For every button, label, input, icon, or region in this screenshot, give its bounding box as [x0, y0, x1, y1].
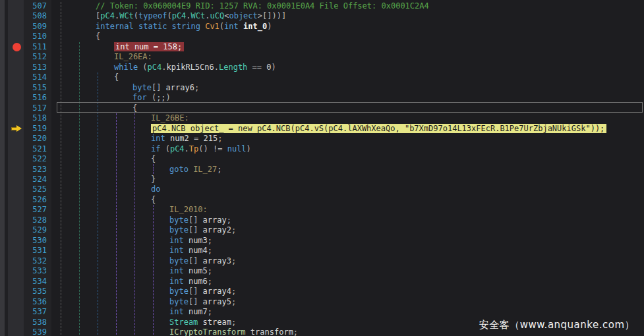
- code-token: null: [227, 144, 247, 154]
- code-line[interactable]: 528byte[] array;: [0, 215, 644, 225]
- code-token: internal static string: [96, 22, 205, 31]
- code-line[interactable]: 509internal static string Cv1(int int_0): [0, 22, 644, 32]
- code-text: {: [51, 32, 644, 42]
- code-line[interactable]: 511int num = 158;: [0, 42, 644, 52]
- code-token: }: [151, 175, 156, 184]
- current-statement-arrow-icon[interactable]: [11, 125, 22, 132]
- code-token: []: [189, 215, 203, 225]
- code-line[interactable]: 524}: [0, 175, 644, 184]
- code-text: byte[] array4;: [51, 287, 644, 296]
- code-line[interactable]: 525do: [0, 184, 644, 194]
- breakpoint-icon[interactable]: [13, 43, 21, 51]
- code-token: num5: [189, 266, 208, 275]
- line-number: 517: [0, 103, 51, 113]
- code-text: }: [51, 175, 644, 184]
- line-number: 512: [0, 52, 51, 62]
- line-number: 535: [0, 287, 51, 296]
- code-line[interactable]: 518IL_26BE:: [0, 113, 644, 123]
- code-token: (: [165, 144, 170, 154]
- code-token: [198, 318, 202, 327]
- code-token: ;: [293, 327, 298, 336]
- code-text: {: [51, 154, 644, 164]
- code-line[interactable]: 527IL_2010:: [0, 205, 644, 215]
- code-line[interactable]: 522{: [0, 154, 644, 164]
- code-line[interactable]: 537int num7;: [0, 307, 644, 317]
- code-text: for (;;): [51, 93, 644, 103]
- code-token: int: [169, 246, 189, 255]
- code-text: if (pC4.Tp() != null): [51, 144, 644, 154]
- code-line[interactable]: 512IL_26EA:: [0, 52, 644, 62]
- code-token: int: [169, 307, 189, 316]
- code-text: goto IL_27;: [51, 165, 644, 175]
- line-number: 527: [0, 205, 51, 215]
- line-number: 515: [0, 83, 51, 93]
- line-number: 530: [0, 236, 51, 246]
- code-token: for: [132, 93, 152, 102]
- code-line[interactable]: 516for (;;): [0, 93, 644, 103]
- code-token: Length: [219, 63, 247, 72]
- code-line[interactable]: 508[pC4.WCt(typeof(pC4.WCt.uCQ<object>[]…: [0, 11, 644, 21]
- line-number: 533: [0, 266, 51, 276]
- code-text: {: [51, 103, 644, 113]
- code-line[interactable]: 533int num5;: [0, 266, 644, 276]
- code-token: ;: [231, 318, 236, 327]
- code-token: =: [189, 134, 204, 143]
- watermark: 安全客（www.anquanke.com）: [479, 319, 635, 331]
- code-token: {: [132, 103, 137, 113]
- code-token: {: [151, 154, 156, 163]
- code-line[interactable]: 521if (pC4.Tp() != null): [0, 144, 644, 154]
- line-number: 528: [0, 215, 51, 225]
- code-line[interactable]: 526{: [0, 195, 644, 205]
- code-token: IL_2010:: [169, 205, 208, 214]
- code-text: int num3;: [51, 236, 644, 246]
- code-line[interactable]: 513while (pC4.kpikRL5Cn6.Length == 0): [0, 63, 644, 72]
- code-token: ;: [227, 215, 231, 225]
- code-token: ;: [208, 277, 212, 286]
- code-line[interactable]: 523goto IL_27;: [0, 165, 644, 175]
- code-token: ): [247, 144, 251, 154]
- code-line[interactable]: 532byte[] array3;: [0, 256, 644, 266]
- code-line[interactable]: 536byte[] array5;: [0, 297, 644, 307]
- code-token: pC4: [148, 63, 162, 72]
- code-token: int: [151, 134, 170, 143]
- code-line[interactable]: 514{: [0, 72, 644, 82]
- code-line[interactable]: 515byte[] array6;: [0, 83, 644, 93]
- code-line[interactable]: 510{: [0, 32, 644, 42]
- code-line[interactable]: 535byte[] array4;: [0, 287, 644, 296]
- code-line[interactable]: 519pC4.NCB object_ = new pC4.NCB(pC4.vS(…: [0, 124, 644, 134]
- code-text: int num7;: [51, 307, 644, 317]
- code-line[interactable]: 520int num2 = 215;: [0, 134, 644, 144]
- code-line[interactable]: 507// Token: 0x060004E9 RID: 1257 RVA: 0…: [0, 1, 644, 11]
- code-line[interactable]: 529byte[] array2;: [0, 225, 644, 235]
- code-token: ): [272, 63, 276, 72]
- code-token: array6: [166, 83, 194, 92]
- code-line[interactable]: 534int num6;: [0, 277, 644, 287]
- code-token: {: [96, 32, 100, 41]
- code-token: ;: [208, 266, 212, 275]
- line-number: 513: [0, 63, 51, 72]
- code-token: typeof: [138, 11, 167, 20]
- code-token: num7: [189, 307, 208, 316]
- code-token: []: [189, 297, 203, 306]
- code-token: ;: [208, 246, 212, 255]
- code-token: // Token: 0x060004E9 RID: 1257 RVA: 0x00…: [96, 1, 429, 11]
- code-token: .: [214, 63, 219, 72]
- code-text: byte[] array;: [51, 215, 644, 225]
- code-token: int num = 158;: [115, 42, 182, 51]
- code-token: do: [151, 184, 160, 194]
- code-token: ;: [208, 307, 212, 316]
- arrow-head: [16, 125, 22, 132]
- line-number: 508: [0, 11, 51, 21]
- code-token: IL_27: [193, 165, 217, 174]
- code-token: Stream: [169, 318, 198, 327]
- code-token: int_0: [243, 22, 267, 31]
- arrow-bar: [11, 127, 16, 130]
- code-editor: 507// Token: 0x060004E9 RID: 1257 RVA: 0…: [0, 0, 644, 336]
- code-line[interactable]: 530int num3;: [0, 236, 644, 246]
- code-token: ;: [231, 225, 236, 235]
- code-line[interactable]: 531int num4;: [0, 246, 644, 256]
- code-line[interactable]: 517{: [0, 103, 644, 113]
- code-token: WCt: [119, 11, 134, 20]
- code-token: ;: [231, 297, 236, 306]
- code-token: byte: [169, 287, 189, 296]
